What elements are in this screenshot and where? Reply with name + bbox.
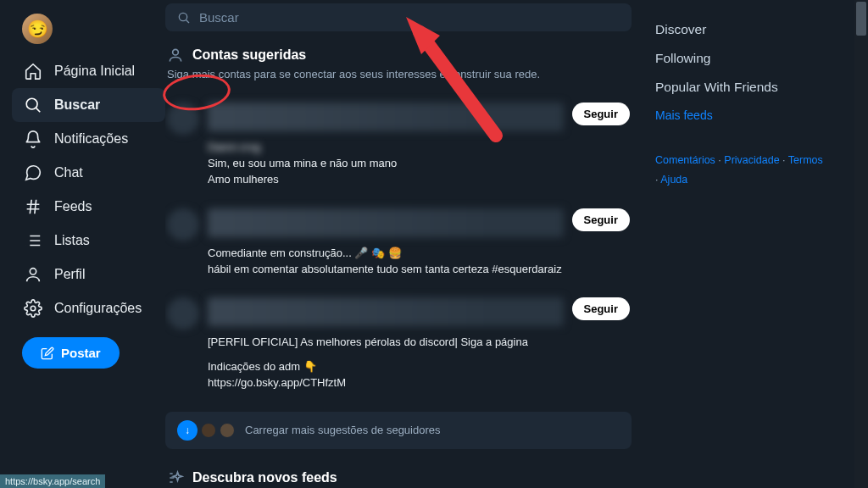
bio-line: hábil em comentar absolutamente tudo sem… bbox=[208, 262, 630, 278]
nav-settings[interactable]: Configurações bbox=[12, 291, 165, 325]
compose-post-button[interactable]: Postar bbox=[22, 337, 120, 369]
nav-home[interactable]: Página Inicial bbox=[12, 54, 165, 88]
download-icon: ↓ bbox=[177, 420, 198, 441]
right-feed-following[interactable]: Following bbox=[655, 44, 826, 73]
footer-comments[interactable]: Comentários bbox=[655, 154, 715, 166]
chat-icon bbox=[24, 164, 42, 182]
suggested-subtitle: Siga mais contas para se conectar aos se… bbox=[167, 67, 632, 82]
bio-line: https://go.bsky.app/CTHfztM bbox=[208, 375, 630, 391]
bio-line: Comediante em construção... 🎤 🎭 🍔 bbox=[208, 247, 402, 259]
post-button-label: Postar bbox=[61, 346, 101, 360]
right-sidebar: Discover Following Popular With Friends … bbox=[640, 0, 826, 488]
svg-point-4 bbox=[173, 49, 179, 55]
nav-label: Listas bbox=[54, 233, 90, 248]
nav-notifications[interactable]: Notificações bbox=[12, 122, 165, 156]
mini-avatar bbox=[220, 423, 235, 438]
nav-label: Página Inicial bbox=[54, 64, 135, 79]
footer-terms[interactable]: Termos bbox=[788, 154, 823, 166]
footer-links: Comentários · Privacidade · Termos · Aju… bbox=[655, 151, 826, 189]
profile-avatar[interactable]: 😏 bbox=[22, 14, 53, 44]
scrollbar[interactable] bbox=[854, 0, 868, 488]
status-bar-url: https://bsky.app/search bbox=[0, 474, 105, 488]
nav-chat[interactable]: Chat bbox=[12, 156, 165, 190]
nav-label: Feeds bbox=[54, 199, 92, 214]
suggested-title: Contas sugeridas bbox=[167, 47, 632, 64]
follow-button[interactable]: Seguir bbox=[572, 297, 630, 320]
search-input[interactable] bbox=[199, 10, 620, 25]
bio-line: Indicações do adm 👇 bbox=[208, 359, 630, 375]
mini-avatar bbox=[201, 423, 216, 438]
left-sidebar: 😏 Página Inicial Buscar Notificações Cha… bbox=[0, 0, 165, 488]
right-feed-discover[interactable]: Discover bbox=[655, 15, 826, 44]
load-more-label: Carregar mais sugestões de seguidores bbox=[245, 424, 441, 436]
main-column: Contas sugeridas Siga mais contas para s… bbox=[165, 0, 640, 488]
nav-lists[interactable]: Listas bbox=[12, 224, 165, 258]
suggested-account: Seguir Danni crvg Sim, eu sou uma mina e… bbox=[165, 94, 632, 200]
bio-line: Sim, eu sou uma mina e não um mano bbox=[208, 156, 630, 172]
account-avatar[interactable] bbox=[167, 208, 199, 241]
bio-line: Danni crvg bbox=[208, 141, 260, 153]
account-name-blurred bbox=[208, 103, 564, 131]
nav-label: Perfil bbox=[54, 267, 85, 282]
right-feed-popular[interactable]: Popular With Friends bbox=[655, 73, 826, 102]
user-icon bbox=[24, 265, 42, 284]
follow-button[interactable]: Seguir bbox=[572, 208, 630, 231]
nav-label: Buscar bbox=[54, 97, 100, 113]
list-icon bbox=[24, 231, 42, 250]
nav-search[interactable]: Buscar bbox=[12, 88, 165, 122]
search-icon bbox=[24, 96, 42, 114]
account-avatar[interactable] bbox=[167, 103, 199, 135]
nav-label: Configurações bbox=[54, 301, 142, 316]
load-more-suggestions[interactable]: ↓ Carregar mais sugestões de seguidores bbox=[165, 412, 632, 449]
bio-line: [PERFIL OFICIAL] As melhores pérolas do … bbox=[208, 335, 630, 351]
home-icon bbox=[24, 62, 42, 80]
suggested-account: Seguir [PERFIL OFICIAL] As melhores péro… bbox=[165, 289, 632, 403]
bell-icon bbox=[24, 130, 42, 148]
discover-title: Descubra novos feeds bbox=[167, 469, 632, 486]
nav-feeds[interactable]: Feeds bbox=[12, 190, 165, 224]
account-avatar[interactable] bbox=[167, 297, 199, 330]
gear-icon bbox=[24, 299, 42, 318]
svg-point-2 bbox=[31, 306, 36, 311]
follow-button[interactable]: Seguir bbox=[572, 103, 630, 125]
bio-line: Amo mulheres bbox=[208, 172, 630, 188]
suggested-account: Seguir Comediante em construção... 🎤 🎭 🍔… bbox=[165, 200, 632, 290]
search-icon bbox=[177, 11, 191, 25]
svg-point-3 bbox=[179, 13, 186, 20]
account-name-blurred bbox=[208, 208, 564, 237]
right-more-feeds[interactable]: Mais feeds bbox=[655, 102, 826, 129]
scrollbar-thumb[interactable] bbox=[856, 2, 866, 36]
svg-point-0 bbox=[26, 98, 37, 109]
hash-icon bbox=[24, 197, 42, 216]
nav-label: Chat bbox=[54, 165, 83, 180]
footer-privacy[interactable]: Privacidade bbox=[724, 154, 779, 166]
search-box[interactable] bbox=[165, 3, 632, 31]
footer-help[interactable]: Ajuda bbox=[660, 174, 687, 186]
svg-point-1 bbox=[30, 269, 36, 274]
account-name-blurred bbox=[208, 297, 564, 326]
nav-profile[interactable]: Perfil bbox=[12, 258, 165, 291]
nav-label: Notificações bbox=[54, 131, 128, 147]
